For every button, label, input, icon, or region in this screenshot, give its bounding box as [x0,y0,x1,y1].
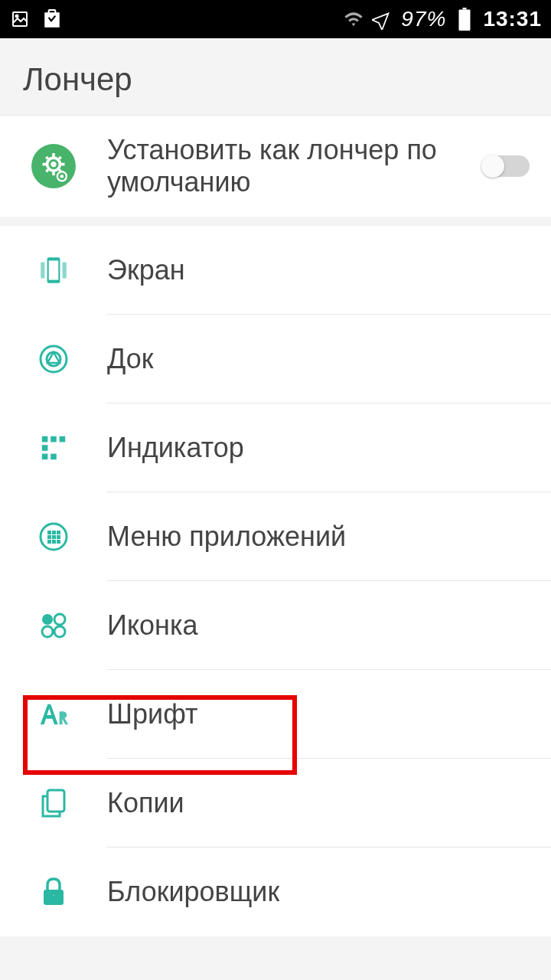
svg-point-39 [42,614,53,625]
row-default-launcher[interactable]: Установить как лончер по умолчанию [0,116,551,217]
page-title: Лончер [23,61,528,98]
copies-icon [0,787,107,819]
row-font[interactable]: Шрифт [0,670,551,759]
svg-point-16 [60,175,64,178]
font-icon [0,699,107,730]
svg-rect-43 [47,790,64,812]
section-default-launcher: Установить как лончер по умолчанию [0,116,551,217]
row-copies[interactable]: Копии [0,759,551,848]
screen-icon [0,254,107,286]
image-icon [9,8,31,30]
svg-rect-46 [53,897,55,901]
svg-rect-37 [52,540,56,544]
row-blocker[interactable]: Блокировщик [0,848,551,936]
svg-rect-28 [51,454,57,460]
page-header: Лончер [0,38,551,116]
svg-point-14 [51,162,56,167]
row-label: Экран [107,254,551,286]
row-label: Меню приложений [107,521,551,553]
svg-rect-26 [42,445,48,451]
row-label: Иконка [107,609,551,642]
svg-line-10 [46,157,47,158]
wifi-icon [343,8,364,30]
svg-rect-3 [463,8,467,10]
svg-rect-2 [459,10,471,31]
svg-line-12 [46,170,47,172]
row-label: Индикатор [107,432,551,464]
lock-icon [0,876,107,908]
shopping-bag-icon [41,8,63,30]
row-label: Док [107,343,551,375]
svg-rect-33 [47,535,51,539]
default-launcher-label: Установить как лончер по умолчанию [107,134,482,198]
svg-point-1 [16,15,18,18]
row-indicator[interactable]: Индикатор [0,403,551,492]
app-menu-icon [0,521,107,552]
svg-rect-25 [60,436,66,443]
svg-rect-27 [42,454,48,460]
svg-rect-38 [57,540,60,544]
dock-icon [0,344,107,374]
svg-rect-35 [57,535,60,539]
svg-rect-18 [49,260,59,279]
svg-rect-20 [63,263,67,279]
svg-rect-34 [52,535,56,539]
row-label: Шрифт [107,698,551,730]
row-screen[interactable]: Экран [0,226,551,315]
icon-grid-icon [0,610,107,641]
default-launcher-toggle[interactable] [482,155,530,177]
airplane-icon [372,8,393,30]
row-label: Копии [107,787,551,819]
battery-icon [454,8,475,30]
svg-point-21 [41,346,67,372]
section-settings-list: Экран Док Индикатор [0,226,551,936]
svg-point-42 [54,626,65,637]
indicator-icon [0,433,107,462]
svg-rect-24 [51,436,57,443]
row-label: Блокировщик [107,876,551,908]
svg-rect-32 [57,531,60,534]
svg-rect-19 [41,263,44,279]
svg-rect-36 [47,540,51,544]
row-dock[interactable]: Док [0,315,551,403]
row-icon-setting[interactable]: Иконка [0,581,551,670]
svg-rect-31 [52,531,56,534]
gear-icon [0,144,107,188]
battery-percent: 97% [401,7,446,31]
clock-time: 13:31 [483,7,542,31]
svg-rect-23 [42,436,48,443]
status-bar: 97% 13:31 [0,0,551,38]
row-app-menu[interactable]: Меню приложений [0,492,551,581]
svg-point-40 [54,614,65,625]
svg-point-41 [42,626,53,637]
svg-line-11 [59,157,60,158]
svg-rect-30 [47,531,51,534]
